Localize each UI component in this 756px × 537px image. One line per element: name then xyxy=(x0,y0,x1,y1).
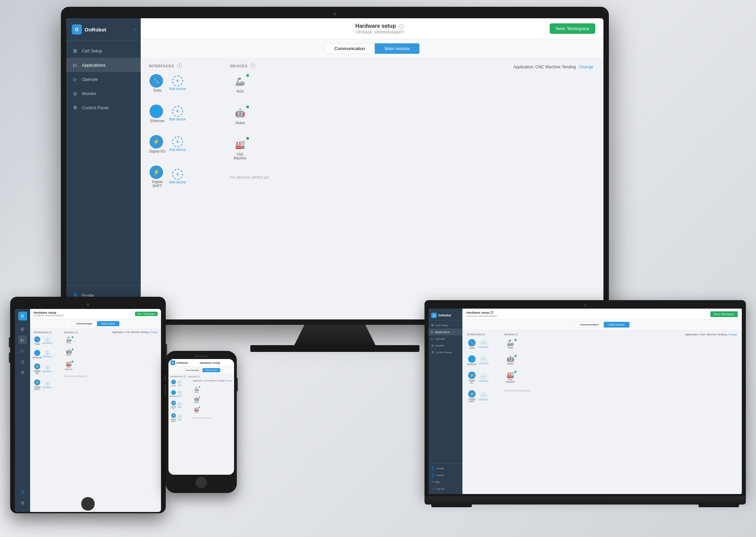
tablet-add-tools[interactable]: + Add device xyxy=(42,337,52,344)
tablet-frame: O ⊞ ▷ ▷ ◎ ⚙ 👤 ⚙ Hardware setup OR:BASE 1… xyxy=(10,297,166,513)
tablet-nav-profile[interactable]: 👤 xyxy=(18,488,27,496)
laptop-nav-monitor[interactable]: ◎Monitor xyxy=(429,342,462,349)
next-workspace-button[interactable]: Next: Workspace xyxy=(550,23,595,34)
add-device-ethernet[interactable]: + Add device xyxy=(169,106,186,121)
tablet-status-dot-3 xyxy=(72,361,73,362)
phone-add-circle-tools[interactable]: + xyxy=(178,380,182,384)
device-rg6-label: RG6 xyxy=(237,90,244,93)
tablet-add-circle-digital-shft[interactable]: + xyxy=(45,382,50,386)
laptop-camera xyxy=(584,304,587,307)
sidebar-item-operate[interactable]: ▷ Operate xyxy=(66,72,141,86)
tablet-next-button[interactable]: Next: Workspace xyxy=(135,312,158,316)
phone-add-digital-shft[interactable]: + Add xyxy=(178,415,182,421)
phone-tab-communication[interactable]: Communication xyxy=(182,368,203,372)
laptop-add-tools[interactable]: + Add device xyxy=(479,340,489,348)
tablet-change-link[interactable]: Change xyxy=(149,331,158,333)
sidebar-collapse-icon[interactable]: ‹ xyxy=(134,27,135,32)
laptop-nav-guest[interactable]: 👤Guest xyxy=(429,472,462,478)
laptop-add-label-tools: Add device xyxy=(479,346,489,348)
tablet-app-label: Application: CNC Machine Tending Change xyxy=(112,331,158,333)
laptop-add-circle-tools[interactable]: + xyxy=(481,340,487,346)
laptop-cell-setup-icon: ⊞ xyxy=(431,323,434,327)
phone-power-button xyxy=(237,378,238,391)
phone-add-digital-io[interactable]: + Add xyxy=(178,402,182,408)
laptop-add-ethernet[interactable]: + Add device xyxy=(479,356,489,364)
phone-add-circle-digital-io[interactable]: + xyxy=(178,402,182,406)
add-circle-digital-io[interactable]: + xyxy=(172,136,183,147)
sidebar-item-applications[interactable]: ▷ Applications xyxy=(66,58,141,72)
tablet-nav-operate[interactable]: ▷ xyxy=(18,346,27,355)
laptop-foot xyxy=(425,505,746,511)
laptop-nav-operate[interactable]: ▷Operate xyxy=(429,335,462,342)
interfaces-info-icon[interactable]: i xyxy=(177,63,182,69)
phone-devices-header: DEVICES ⓘ xyxy=(188,375,200,378)
laptop-add-circle-digital-shft[interactable]: + xyxy=(481,393,487,399)
title-info-icon[interactable]: i xyxy=(399,24,404,29)
tablet-nav-control-panel[interactable]: ⚙ xyxy=(18,368,27,377)
tablet-nav-cell-setup[interactable]: ⊞ xyxy=(18,325,27,333)
laptop-nav-profile[interactable]: 👤Profile xyxy=(429,465,462,472)
tab-main-module[interactable]: Main module xyxy=(375,43,419,54)
add-device-digital-shft[interactable]: + Add device xyxy=(169,169,186,184)
phone-tab-main-module[interactable]: Main module xyxy=(203,368,220,372)
sidebar-item-cell-setup[interactable]: ⊞ Cell Setup xyxy=(66,44,141,58)
phone-digital-shft-label: Digital SHFT xyxy=(170,418,177,422)
tablet-status-dot-1 xyxy=(72,336,73,338)
laptop-add-circle-digital-io[interactable]: + xyxy=(481,374,487,380)
tablet-tab-communication[interactable]: Communication xyxy=(72,321,97,326)
laptop-add-label-ethernet: Add device xyxy=(479,362,489,364)
sidebar-item-control-panel[interactable]: ⚙ Control Panel xyxy=(66,100,141,115)
interface-digital-shft: ⚡ Digital SHFT xyxy=(149,165,166,188)
tablet-device-robot-label: Robot xyxy=(66,354,71,356)
add-circle-tools[interactable]: + xyxy=(172,75,183,86)
phone-device-cnc-label: CNC xyxy=(195,411,199,413)
phone-tools-icon: 🔧 xyxy=(171,380,176,384)
laptop-add-digital-io[interactable]: + Add device xyxy=(479,374,489,382)
laptop-nav-logout[interactable]: →Log out xyxy=(429,485,462,492)
tablet-nav-monitor[interactable]: ◎ xyxy=(18,357,27,366)
phone-screen: O OnRobot Hardware setup Communication M… xyxy=(168,359,234,475)
laptop-change-link[interactable]: Change xyxy=(728,333,737,336)
phone-add-circle-digital-shft[interactable]: + xyxy=(178,415,182,419)
laptop-next-button[interactable]: Next: Workspace xyxy=(710,311,738,317)
logo-icon: O xyxy=(72,24,82,35)
tablet-iface-row-tools: 🔧 Tools + Add device xyxy=(33,336,61,345)
phone-change-link[interactable]: Change xyxy=(225,380,232,382)
tablet-home-button[interactable] xyxy=(81,497,95,511)
tablet-add-circle-digital-io[interactable]: + xyxy=(45,366,50,371)
phone-add-circle-ethernet[interactable]: + xyxy=(178,391,182,395)
tablet-iface-ethernet: 🌐 Ethernet xyxy=(33,350,41,359)
tablet-tab-main-module[interactable]: Main module xyxy=(97,321,119,326)
laptop-nav-cell-setup[interactable]: ⊞Cell Setup xyxy=(429,322,462,329)
add-circle-ethernet[interactable]: + xyxy=(172,106,183,117)
tablet-nav-system[interactable]: ⚙ xyxy=(18,498,27,507)
add-device-digital-io[interactable]: + Add device xyxy=(169,136,186,152)
phone-add-ethernet[interactable]: + Add xyxy=(178,391,182,397)
laptop-tab-main-module[interactable]: Main module xyxy=(604,322,629,328)
tablet-add-circle-ethernet[interactable]: + xyxy=(45,351,50,356)
add-device-tools[interactable]: + Add device xyxy=(169,75,186,91)
laptop-nav-faq[interactable]: ?FAQ xyxy=(429,478,462,485)
sidebar-item-label: Applications xyxy=(82,63,106,68)
sidebar-item-monitor[interactable]: ◎ Monitor xyxy=(66,86,141,100)
phone-home-button[interactable] xyxy=(196,477,207,488)
tablet-add-ethernet[interactable]: + Add device xyxy=(42,351,52,358)
tablet-add-circle-tools[interactable]: + xyxy=(45,337,50,342)
laptop-nav-control-panel[interactable]: ⚙Control Panel xyxy=(429,349,462,356)
tablet-main: Hardware setup OR:BASE 10000000e0b6d7f N… xyxy=(30,309,161,512)
tablet-add-digital-io[interactable]: + Add device xyxy=(42,366,52,373)
laptop-add-digital-shft[interactable]: + Add device xyxy=(479,393,489,401)
phone-main: O OnRobot Hardware setup Communication M… xyxy=(168,359,234,475)
add-circle-digital-shft[interactable]: + xyxy=(172,169,183,180)
phone-add-tools[interactable]: + Add xyxy=(178,380,182,386)
tab-communication[interactable]: Communication xyxy=(325,43,375,54)
laptop-tab-communication[interactable]: Communication xyxy=(575,322,604,328)
laptop-nav-applications[interactable]: ▷Applications xyxy=(429,329,462,335)
laptop-device-robot-image: 🤖 xyxy=(507,355,514,362)
devices-info-icon[interactable]: i xyxy=(250,63,256,69)
tablet-nav-applications[interactable]: ▷ xyxy=(18,335,27,344)
application-change-link[interactable]: Change xyxy=(579,65,593,69)
tablet-add-digital-shft[interactable]: + Add device xyxy=(42,382,52,388)
laptop-add-circle-ethernet[interactable]: + xyxy=(481,356,487,362)
laptop-sidebar-bottom: 👤Profile 👤Guest ?FAQ →Log out xyxy=(429,463,462,492)
